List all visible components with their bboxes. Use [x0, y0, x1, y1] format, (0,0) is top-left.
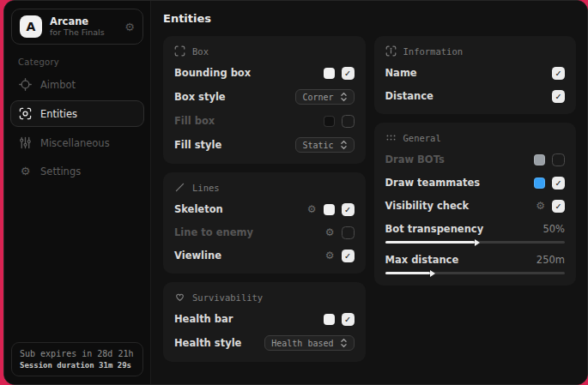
slider-value: 50%: [543, 223, 565, 235]
section-title: Box: [192, 46, 209, 57]
category-label: Category: [18, 57, 150, 67]
checkbox-checked[interactable]: ✓: [552, 177, 565, 189]
box-card: Box Bounding box ✓ Box style Corner: [163, 36, 366, 164]
settings-gear-icon[interactable]: ⚙: [124, 21, 135, 33]
chevron-up-down-icon: [340, 140, 348, 150]
checkbox-checked[interactable]: ✓: [552, 200, 565, 213]
color-swatch[interactable]: [324, 204, 335, 215]
sidebar-item-settings[interactable]: ⚙ Settings: [10, 159, 144, 184]
health-style-row: Health style Health based: [174, 335, 355, 351]
checkbox-checked[interactable]: ✓: [552, 67, 565, 80]
app-subtitle: for The Finals: [50, 27, 117, 38]
dropdown-value: Health based: [271, 339, 333, 348]
color-swatch[interactable]: [324, 68, 335, 79]
check-icon: ✓: [555, 202, 562, 211]
left-column: Box Bounding box ✓ Box style Corner: [163, 36, 366, 370]
row-label: Health bar: [174, 313, 324, 325]
row-label: Skeleton: [174, 203, 307, 215]
scan-eye-icon: [19, 107, 32, 120]
checkbox-unchecked[interactable]: [552, 153, 565, 166]
color-swatch[interactable]: [534, 177, 545, 189]
fill-box-row: Fill box: [174, 114, 355, 128]
health-bar-row: Health bar ✓: [174, 312, 355, 326]
checkbox-checked[interactable]: ✓: [552, 90, 565, 103]
bounding-box-row: Bounding box ✓: [174, 66, 355, 80]
section-title: Information: [403, 46, 464, 57]
bot-transparency-slider-block: Bot transpenency 50%: [385, 223, 566, 244]
checkbox-checked[interactable]: ✓: [342, 67, 355, 80]
draw-teammates-row: Draw teammates ✓: [385, 176, 566, 189]
sidebar-item-entities[interactable]: Entities: [10, 100, 144, 127]
row-label: Box style: [174, 91, 295, 103]
survivability-card: Survivability Health bar ✓ Health style …: [163, 282, 366, 362]
check-icon: ✓: [555, 178, 562, 188]
check-icon: ✓: [344, 205, 351, 214]
main-content: Entities Box Bounding box: [151, 1, 587, 384]
max-distance-slider-block: Max distance 250m: [385, 254, 566, 274]
grid-dots-icon: [385, 132, 397, 143]
sidebar-item-label: Settings: [40, 165, 81, 177]
color-swatch[interactable]: [324, 314, 335, 325]
sidebar-item-miscellaneous[interactable]: Miscellaneous: [10, 129, 144, 156]
health-style-dropdown[interactable]: Health based: [264, 335, 354, 351]
checkbox-checked[interactable]: ✓: [342, 313, 355, 326]
app-name: Arcane: [50, 15, 117, 27]
row-label: Line to enemy: [174, 226, 325, 238]
sidebar-item-label: Entities: [40, 108, 77, 120]
bot-transparency-slider[interactable]: [385, 241, 566, 244]
information-section-header: Information: [385, 45, 566, 57]
box-style-dropdown[interactable]: Corner: [295, 89, 354, 105]
row-label: Draw BOTs: [385, 153, 535, 165]
slider-fill: [385, 272, 430, 274]
page-title: Entities: [163, 12, 576, 25]
lines-card: Lines Skeleton ⚙ ✓ Line to enemy ⚙: [163, 172, 366, 274]
crosshair-icon: [19, 78, 32, 91]
app-header-card: A Arcane for The Finals ⚙: [11, 9, 143, 45]
line-to-enemy-row: Line to enemy ⚙: [174, 226, 355, 239]
survivability-section-header: Survivability: [174, 292, 355, 303]
sub-expiry-text: Sub expires in 28d 21h: [20, 349, 135, 358]
sidebar: A Arcane for The Finals ⚙ Category Aimbo…: [4, 1, 151, 384]
fill-style-row: Fill style Static: [174, 137, 355, 153]
row-label: Fill box: [174, 115, 324, 127]
slider-label: Bot transpenency: [385, 223, 484, 235]
color-swatch[interactable]: [534, 154, 545, 165]
lines-section-header: Lines: [174, 182, 355, 193]
app-window: A Arcane for The Finals ⚙ Category Aimbo…: [3, 0, 588, 385]
visibility-check-row: Visibility check ⚙ ✓: [385, 199, 566, 213]
box-brackets-icon: [174, 45, 185, 57]
slider-label: Max distance: [385, 254, 459, 266]
color-swatch[interactable]: [324, 116, 335, 127]
max-distance-slider[interactable]: [385, 272, 566, 274]
box-style-row: Box style Corner: [174, 89, 355, 105]
name-row: Name ✓: [385, 66, 566, 80]
draw-bots-row: Draw BOTs: [385, 153, 566, 166]
app-title-block: Arcane for The Finals: [50, 15, 117, 38]
section-title: General: [403, 133, 441, 143]
general-section-header: General: [385, 132, 566, 143]
dropdown-value: Corner: [302, 93, 333, 102]
check-icon: ✓: [555, 69, 562, 78]
chevron-up-down-icon: [340, 92, 348, 102]
check-icon: ✓: [344, 315, 351, 324]
sidebar-item-aimbot[interactable]: Aimbot: [10, 71, 144, 98]
slider-value: 250m: [536, 254, 565, 266]
fill-style-dropdown[interactable]: Static: [295, 137, 354, 153]
row-label: Visibility check: [385, 200, 536, 212]
row-label: Bounding box: [174, 67, 324, 79]
checkbox-checked[interactable]: ✓: [342, 203, 355, 216]
information-card: Information Name ✓ Distance ✓: [374, 36, 577, 114]
info-frame-icon: [385, 45, 397, 57]
checkbox-checked[interactable]: ✓: [342, 250, 355, 262]
section-title: Survivability: [192, 292, 263, 303]
check-icon: ✓: [344, 251, 351, 261]
viewline-row: Viewline ⚙ ✓: [174, 249, 355, 262]
checkbox-unchecked[interactable]: [342, 115, 355, 128]
distance-row: Distance ✓: [385, 89, 566, 103]
right-column: Information Name ✓ Distance ✓: [374, 36, 577, 370]
line-icon: [174, 182, 185, 193]
check-icon: ✓: [555, 92, 562, 101]
subscription-card: Sub expires in 28d 21h Session duration …: [11, 342, 143, 376]
checkbox-unchecked[interactable]: [342, 226, 355, 239]
section-title: Lines: [192, 183, 220, 193]
